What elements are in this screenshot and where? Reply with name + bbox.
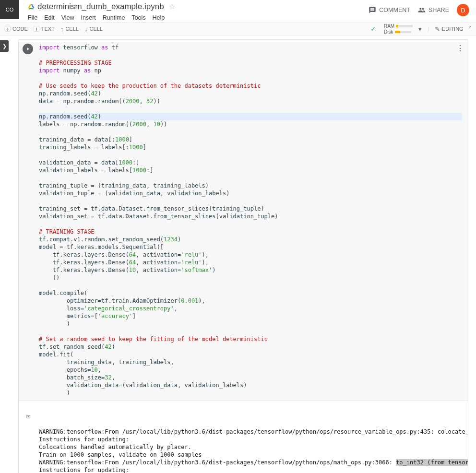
comment-button[interactable]: COMMENT <box>369 6 410 14</box>
star-icon[interactable]: ☆ <box>169 2 175 11</box>
connected-check-icon: ✓ <box>370 25 376 33</box>
menu-edit[interactable]: Edit <box>44 14 55 21</box>
run-cell-button[interactable] <box>23 44 33 54</box>
drive-icon <box>28 3 35 10</box>
notebook-area: ⋮ import tensorflow as tf # PREPROCESSIN… <box>0 35 476 473</box>
menu-insert[interactable]: Insert <box>81 14 96 21</box>
code-editor[interactable]: import tensorflow as tf # PREPROCESSING … <box>19 40 468 401</box>
editing-mode-button[interactable]: ✎EDITING <box>435 25 464 33</box>
menu-tools[interactable]: Tools <box>131 14 145 21</box>
header: CO determinism_dumb_example.ipynb ☆ File… <box>0 0 476 22</box>
add-code-button[interactable]: +CODE <box>5 26 28 32</box>
colab-logo[interactable]: CO <box>0 0 19 19</box>
resource-indicator[interactable]: RAM Disk <box>384 24 413 35</box>
toolbar: +CODE +TEXT ↑CELL ↓CELL ✓ RAM Disk ▾ | ✎… <box>0 22 476 35</box>
menu-bar: File Edit View Insert Runtime Tools Help <box>28 14 365 21</box>
sidebar-toggle[interactable]: ❯ <box>0 40 9 52</box>
cell-down-button[interactable]: ↓CELL <box>84 25 103 33</box>
header-right: COMMENT SHARE D <box>369 0 476 16</box>
cell-options-icon[interactable]: ⋮ <box>456 44 464 53</box>
cell-output: ⊡ WARNING:tensorflow:From /usr/local/lib… <box>19 401 468 473</box>
document-title[interactable]: determinism_dumb_example.ipynb <box>37 2 164 12</box>
resource-dropdown-icon[interactable]: ▾ <box>418 25 422 33</box>
cell-up-button[interactable]: ↑CELL <box>60 25 79 33</box>
title-area: determinism_dumb_example.ipynb ☆ File Ed… <box>19 0 369 21</box>
menu-help[interactable]: Help <box>153 14 165 21</box>
code-cell[interactable]: ⋮ import tensorflow as tf # PREPROCESSIN… <box>18 39 468 473</box>
share-button[interactable]: SHARE <box>418 6 449 14</box>
user-avatar[interactable]: D <box>457 4 469 16</box>
add-text-button[interactable]: +TEXT <box>34 26 55 32</box>
share-icon <box>418 6 426 14</box>
collapse-header-icon[interactable]: ˆ <box>469 25 471 33</box>
output-collapse-icon[interactable]: ⊡ <box>24 413 33 420</box>
comment-icon <box>369 6 376 14</box>
play-icon <box>25 47 30 51</box>
menu-view[interactable]: View <box>61 14 74 21</box>
menu-file[interactable]: File <box>28 14 37 21</box>
menu-runtime[interactable]: Runtime <box>103 14 125 21</box>
